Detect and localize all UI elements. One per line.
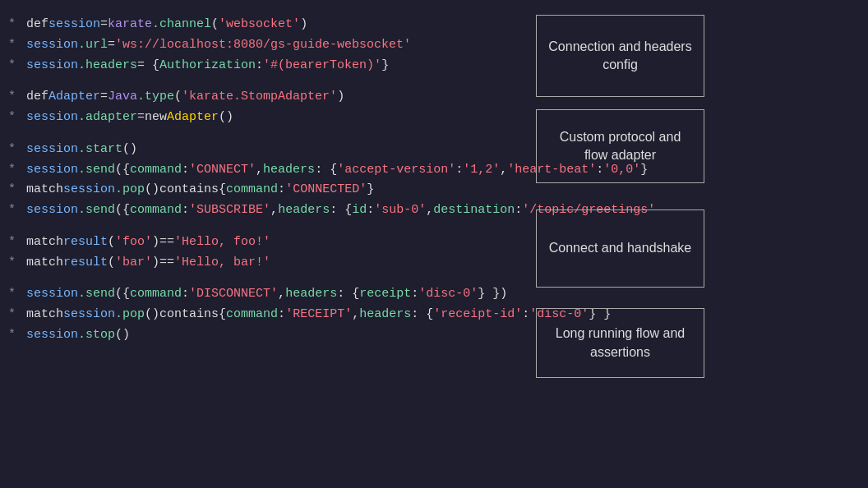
code-line-17: * match session .pop () contains { comma… (8, 305, 868, 325)
code-line-8: * session .start () (8, 140, 868, 160)
bullet-5: * (8, 87, 20, 108)
annotation-connection-headers: Connection and headers config (536, 15, 704, 97)
bullet-11: * (8, 200, 20, 221)
code-line-2: * session .url = 'ws://localhost:8080/gs… (8, 35, 868, 56)
bullet-1: * (8, 15, 20, 35)
code-line-3: * session .headers = { Authorization : '… (8, 56, 868, 76)
bullet-9: * (8, 160, 20, 181)
code-line-1: * def session = karate .channel ( 'webso… (8, 15, 868, 35)
code-line-11: * session .send ({ command : 'SUBSCRIBE'… (8, 200, 868, 221)
bullet-13: * (8, 232, 20, 253)
code-line-6: * session .adapter = new Adapter () (8, 108, 868, 128)
bullet-10: * (8, 180, 20, 200)
code-line-9: * session .send ({ command : 'CONNECT' ,… (8, 160, 868, 181)
annotation-long-running: Long running flow and assertions (536, 308, 704, 378)
bullet-17: * (8, 305, 20, 325)
bullet-8: * (8, 140, 20, 160)
bullet-2: * (8, 35, 20, 56)
bullet-18: * (8, 325, 20, 346)
annotation-connect-handshake: Connect and handshake (536, 209, 704, 288)
code-line-5: * def Adapter = Java .type ( 'karate.Sto… (8, 87, 868, 108)
bullet-6: * (8, 108, 20, 128)
bullet-3: * (8, 56, 20, 76)
code-line-10: * match session .pop () contains { comma… (8, 180, 868, 200)
code-line-16: * session .send ({ command : 'DISCONNECT… (8, 284, 868, 305)
code-line-18: * session .stop () (8, 325, 868, 346)
code-line-14: * match result ( 'bar' ) == 'Hello, bar!… (8, 253, 868, 274)
code-line-13: * match result ( 'foo' ) == 'Hello, foo!… (8, 232, 868, 253)
bullet-16: * (8, 284, 20, 305)
bullet-14: * (8, 253, 20, 274)
code-block: * def session = karate .channel ( 'webso… (0, 0, 868, 488)
annotation-custom-protocol: Custom protocol and flow adapter (536, 109, 704, 183)
